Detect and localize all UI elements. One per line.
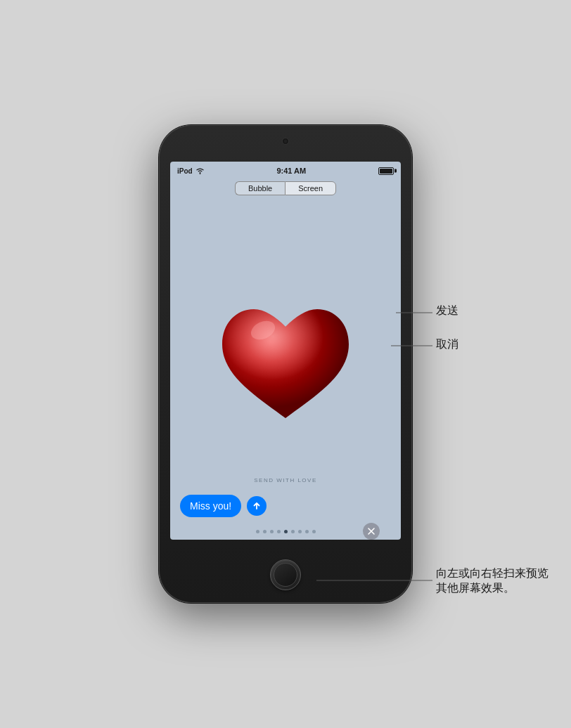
annotation-send: 发送 (436, 304, 458, 318)
dot-1 (256, 530, 259, 533)
message-bubble: Miss you! (180, 495, 241, 517)
tab-bar: Bubble Screen (170, 178, 401, 198)
ipod-device: iPod 9:41 AM (159, 125, 412, 603)
heart-area: SEND WITH LOVE (170, 198, 401, 526)
screen-content: SEND WITH LOVE Miss you! (170, 198, 401, 540)
dot-6 (291, 530, 295, 533)
status-right (378, 167, 394, 175)
dot-3 (270, 530, 274, 533)
annotation-swipe-text2: 其他屏幕效果。 (436, 581, 548, 596)
annotation-swipe-text1: 向左或向右轻扫来预览 (436, 566, 548, 581)
send-button[interactable] (247, 496, 267, 516)
dot-2 (263, 530, 267, 533)
battery-fill (380, 169, 392, 174)
dot-7 (298, 530, 302, 533)
status-time: 9:41 AM (276, 167, 306, 175)
status-left: iPod (177, 167, 205, 175)
tab-bubble[interactable]: Bubble (235, 181, 285, 195)
front-camera (282, 138, 289, 145)
scene: iPod 9:41 AM (0, 0, 571, 728)
ipod-screen: iPod 9:41 AM (170, 162, 401, 540)
dot-5-active (284, 530, 288, 533)
home-button[interactable] (270, 559, 301, 590)
annotation-send-text: 发送 (436, 304, 458, 318)
battery-icon (378, 167, 394, 175)
annotation-cancel-text: 取消 (436, 337, 458, 352)
cancel-row (363, 523, 380, 540)
cancel-x-icon (367, 527, 376, 535)
annotation-cancel: 取消 (436, 337, 458, 352)
send-arrow-icon (252, 501, 262, 511)
heart-graphic (215, 299, 356, 432)
dot-8 (305, 530, 309, 533)
cancel-button[interactable] (363, 523, 380, 540)
send-with-love-label: SEND WITH LOVE (254, 477, 316, 483)
dot-9 (312, 530, 316, 533)
message-row: Miss you! (180, 495, 391, 517)
status-bar: iPod 9:41 AM (170, 162, 401, 178)
home-button-inner (274, 563, 297, 587)
tab-screen[interactable]: Screen (285, 181, 336, 195)
dot-4 (277, 530, 281, 533)
page-dots (256, 526, 316, 540)
wifi-icon (195, 167, 205, 174)
device-name-label: iPod (177, 167, 193, 175)
screen-bezel: iPod 9:41 AM (170, 162, 401, 540)
